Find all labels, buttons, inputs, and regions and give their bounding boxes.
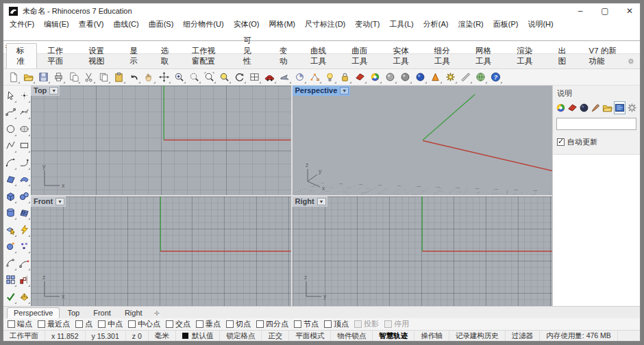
tab-set-view[interactable]: 设置视图 bbox=[78, 43, 119, 68]
status-smarttrack[interactable]: 智慧轨迹 bbox=[373, 331, 414, 341]
menu-view[interactable]: 查看(V) bbox=[74, 18, 109, 30]
object-snap-nodes-icon[interactable] bbox=[307, 70, 322, 84]
cylinder-icon[interactable] bbox=[3, 205, 17, 222]
osnap-center[interactable]: 中心点 bbox=[128, 319, 160, 329]
osnap-end[interactable]: 端点 bbox=[8, 319, 32, 329]
menu-solid[interactable]: 实体(O) bbox=[229, 18, 264, 30]
status-planar[interactable]: 平面模式 bbox=[289, 331, 331, 341]
vptab-perspective[interactable]: Perspective bbox=[7, 307, 60, 318]
menu-help[interactable]: 说明(H) bbox=[523, 18, 558, 30]
spheres-icon[interactable] bbox=[17, 188, 31, 205]
tab-options-gear-icon[interactable] bbox=[628, 56, 634, 66]
tab-surface-tools[interactable]: 曲面工具 bbox=[341, 43, 382, 68]
close-button[interactable]: ✕ bbox=[619, 3, 640, 18]
zoom-dynamic-icon[interactable] bbox=[171, 70, 186, 84]
viewport-top[interactable]: y x Top ▼ bbox=[31, 86, 291, 195]
osnap-intersection[interactable]: 交点 bbox=[166, 319, 190, 329]
undo-icon[interactable] bbox=[126, 70, 141, 84]
single-point-icon[interactable] bbox=[17, 87, 31, 104]
menu-subd[interactable]: 细分物件(U) bbox=[178, 18, 228, 30]
open-file-icon[interactable] bbox=[21, 70, 36, 84]
osnap-knot[interactable]: 节点 bbox=[294, 319, 319, 329]
status-x[interactable]: x 11.852 bbox=[45, 331, 86, 341]
tab-new-in-v7[interactable]: V7 的新功能 bbox=[579, 43, 628, 68]
circle-icon[interactable] bbox=[3, 120, 17, 138]
fillet-sphere-icon[interactable] bbox=[3, 238, 17, 255]
help-search-input[interactable] bbox=[556, 118, 636, 130]
menu-mesh[interactable]: 网格(M) bbox=[264, 18, 301, 30]
folder-tab-icon[interactable] bbox=[602, 101, 612, 114]
zoom-extents-icon[interactable] bbox=[216, 70, 232, 84]
osnap-disable[interactable]: 停用 bbox=[384, 319, 409, 329]
viewport-perspective-menu-arrow[interactable]: ▼ bbox=[340, 87, 349, 94]
options-gear-icon[interactable] bbox=[443, 70, 458, 84]
color-wheel-tab-icon[interactable] bbox=[556, 101, 566, 114]
status-cplane[interactable]: 工作平面 bbox=[3, 331, 45, 341]
surface-from-points-icon[interactable] bbox=[3, 171, 17, 188]
osnap-perpendicular[interactable]: 垂点 bbox=[196, 319, 221, 329]
tab-visibility[interactable]: 可见性 bbox=[233, 33, 269, 68]
status-grid-snap[interactable]: 锁定格点 bbox=[220, 331, 262, 341]
help-icon[interactable]: ? bbox=[488, 70, 503, 84]
rotate-view-icon[interactable] bbox=[156, 70, 171, 84]
brush-tab-icon[interactable] bbox=[591, 101, 601, 114]
shaded-sphere-icon[interactable] bbox=[397, 70, 412, 84]
tab-standard[interactable]: 标准 bbox=[6, 43, 37, 68]
array-icon[interactable] bbox=[17, 272, 31, 289]
control-point-curve-icon[interactable] bbox=[3, 104, 17, 121]
menu-file[interactable]: 文件(F) bbox=[5, 18, 39, 30]
four-viewports-icon[interactable] bbox=[247, 70, 262, 84]
new-viewport-tab-button[interactable]: ✛ bbox=[150, 309, 164, 318]
minimize-button[interactable]: – bbox=[570, 3, 591, 18]
new-file-icon[interactable] bbox=[5, 70, 21, 84]
vptab-top[interactable]: Top bbox=[61, 308, 86, 318]
curved-surface-icon[interactable] bbox=[17, 171, 31, 188]
status-units[interactable]: 毫米 bbox=[149, 331, 176, 341]
tab-render-tools[interactable]: 渲染工具 bbox=[506, 43, 547, 68]
arc-icon[interactable] bbox=[3, 154, 17, 171]
menu-transform[interactable]: 变动(T) bbox=[350, 18, 384, 30]
menu-surface[interactable]: 曲面(S) bbox=[144, 18, 179, 30]
viewport-right-label[interactable]: Right ▼ bbox=[293, 196, 327, 207]
tab-drafting[interactable]: 出图 bbox=[547, 43, 578, 68]
undo-view-change-icon[interactable] bbox=[232, 70, 247, 84]
zoom-window-icon[interactable] bbox=[186, 70, 201, 84]
status-record-history[interactable]: 记录建构历史 bbox=[449, 331, 506, 341]
help-tab-icon[interactable] bbox=[614, 101, 626, 114]
tab-subd-tools[interactable]: 细分工具 bbox=[424, 43, 465, 68]
menu-analyze[interactable]: 分析(A) bbox=[419, 18, 454, 30]
menu-curve[interactable]: 曲线(C) bbox=[108, 18, 143, 30]
osnap-tangent[interactable]: 切点 bbox=[226, 319, 251, 329]
tab-cplanes[interactable]: 工作平面 bbox=[37, 43, 78, 68]
status-y[interactable]: y 15.301 bbox=[86, 331, 126, 341]
tab-curve-tools[interactable]: 曲线工具 bbox=[300, 43, 341, 68]
viewport-front[interactable]: z x Front ▼ bbox=[31, 196, 291, 306]
status-memory[interactable]: 内存使用量: 476 MB bbox=[540, 331, 618, 341]
walkabout-icon[interactable] bbox=[277, 70, 292, 84]
viewport-perspective[interactable]: z y x Perspective ▼ bbox=[293, 86, 553, 195]
osnap-quadrant[interactable]: 四分点 bbox=[256, 319, 288, 329]
tab-transform[interactable]: 变动 bbox=[269, 43, 300, 68]
curve-handles-icon[interactable] bbox=[17, 104, 31, 121]
viewport-top-label[interactable]: Top ▼ bbox=[31, 86, 60, 96]
status-layer[interactable]: 默认值 bbox=[176, 331, 221, 341]
copy-to-clipboard-icon[interactable] bbox=[66, 70, 81, 84]
status-osnap[interactable]: 物件锁点 bbox=[331, 331, 373, 341]
fillet-curve-icon[interactable] bbox=[3, 255, 17, 272]
status-gumball[interactable]: 操作轴 bbox=[414, 331, 449, 341]
block-icon[interactable] bbox=[3, 272, 17, 289]
viewport-perspective-label[interactable]: Perspective ▼ bbox=[293, 86, 351, 96]
auto-update-checkbox[interactable] bbox=[557, 138, 565, 146]
osnap-mid[interactable]: 中点 bbox=[98, 319, 123, 329]
osnap-point[interactable]: 点 bbox=[75, 319, 92, 329]
corner-curve-icon[interactable] bbox=[17, 154, 31, 171]
save-file-icon[interactable] bbox=[36, 70, 51, 84]
tab-mesh-tools[interactable]: 网格工具 bbox=[465, 43, 506, 68]
measure-distance-icon[interactable] bbox=[458, 70, 473, 84]
pan-view-icon[interactable] bbox=[141, 70, 156, 84]
print-icon[interactable] bbox=[51, 70, 66, 84]
material-icon[interactable] bbox=[352, 70, 367, 84]
cplane-icon[interactable] bbox=[292, 70, 307, 84]
osnap-vertex[interactable]: 顶点 bbox=[324, 319, 349, 329]
osnap-project[interactable]: 投影 bbox=[354, 319, 379, 329]
